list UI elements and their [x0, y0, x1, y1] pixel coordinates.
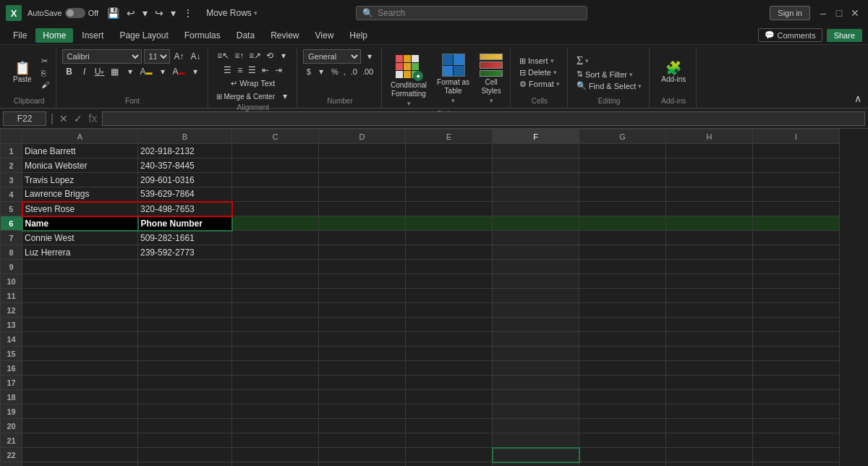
redo-button[interactable]: ↪ — [152, 6, 166, 20]
decrease-indent-button[interactable]: ⇤ — [260, 64, 271, 77]
cell-f17[interactable] — [493, 376, 579, 390]
cell-b15[interactable] — [138, 347, 232, 361]
orientation-dropdown[interactable]: ▾ — [276, 49, 291, 62]
increase-decimal-button[interactable]: .0 — [349, 66, 359, 77]
cell-e16[interactable] — [406, 361, 493, 376]
cell-d16[interactable] — [319, 361, 406, 376]
cell-d15[interactable] — [319, 347, 406, 361]
cell-f22[interactable] — [493, 448, 579, 462]
cell-c8[interactable] — [232, 245, 319, 260]
row-number[interactable]: 4 — [1, 187, 22, 202]
cell-f4[interactable] — [493, 187, 579, 202]
cell-f10[interactable] — [493, 274, 579, 289]
cell-e9[interactable] — [406, 260, 493, 274]
cell-a2[interactable]: Monica Webster — [22, 158, 138, 173]
cell-i21[interactable] — [753, 433, 840, 448]
decrease-decimal-button[interactable]: .00 — [360, 66, 375, 77]
comments-button[interactable]: 💬 Comments — [758, 28, 822, 42]
undo-dropdown[interactable]: ▾ — [140, 6, 150, 20]
col-header-b[interactable]: B — [138, 130, 232, 144]
cell-c12[interactable] — [232, 303, 319, 318]
cell-e10[interactable] — [406, 274, 493, 289]
cell-d20[interactable] — [319, 419, 406, 433]
cell-f13[interactable] — [493, 318, 579, 332]
cell-f18[interactable] — [493, 390, 579, 404]
cell-c5[interactable] — [232, 202, 319, 216]
format-painter-button[interactable]: 🖌 — [39, 80, 51, 90]
cell-d22[interactable] — [319, 448, 406, 462]
cell-e13[interactable] — [406, 318, 493, 332]
cell-h19[interactable] — [666, 404, 753, 419]
formula-cancel-button[interactable]: ✕ — [58, 113, 69, 124]
underline-button[interactable]: U▾ — [93, 66, 107, 77]
cell-f3[interactable] — [493, 173, 579, 187]
cell-h10[interactable] — [666, 274, 753, 289]
row-number[interactable]: 11 — [1, 289, 22, 303]
cell-b13[interactable] — [138, 318, 232, 332]
cell-h20[interactable] — [666, 419, 753, 433]
border-button[interactable]: ▦ — [108, 66, 122, 77]
cell-h14[interactable] — [666, 332, 753, 347]
cell-d5[interactable] — [319, 202, 406, 216]
cell-e21[interactable] — [406, 433, 493, 448]
number-format-dropdown[interactable]: ▾ — [362, 51, 377, 62]
cell-h1[interactable] — [666, 144, 753, 158]
cut-button[interactable]: ✂ — [39, 56, 51, 67]
cell-g11[interactable] — [579, 289, 666, 303]
cell-a13[interactable] — [22, 318, 138, 332]
cell-d9[interactable] — [319, 260, 406, 274]
cell-d11[interactable] — [319, 289, 406, 303]
cell-f19[interactable] — [493, 404, 579, 419]
cell-e23[interactable] — [406, 462, 493, 467]
cell-h22[interactable] — [666, 448, 753, 462]
copy-button[interactable]: ⎘ — [39, 68, 51, 78]
cell-g9[interactable] — [579, 260, 666, 274]
cell-a15[interactable] — [22, 347, 138, 361]
cell-i12[interactable] — [753, 303, 840, 318]
cell-g10[interactable] — [579, 274, 666, 289]
cell-h7[interactable] — [666, 231, 753, 245]
cell-g17[interactable] — [579, 376, 666, 390]
cell-e6[interactable] — [406, 216, 493, 231]
cell-f15[interactable] — [493, 347, 579, 361]
cell-c11[interactable] — [232, 289, 319, 303]
cell-i19[interactable] — [753, 404, 840, 419]
cell-h4[interactable] — [666, 187, 753, 202]
cell-h21[interactable] — [666, 433, 753, 448]
cell-a16[interactable] — [22, 361, 138, 376]
sort-filter-button[interactable]: ⇅ Sort & Filter ▾ — [574, 69, 644, 80]
cell-e19[interactable] — [406, 404, 493, 419]
cell-c2[interactable] — [232, 158, 319, 173]
cell-d13[interactable] — [319, 318, 406, 332]
increase-indent-button[interactable]: ⇥ — [273, 64, 284, 77]
format-as-table-button[interactable]: Format asTable ▾ — [434, 52, 472, 106]
cell-g13[interactable] — [579, 318, 666, 332]
cell-g1[interactable] — [579, 144, 666, 158]
menu-review[interactable]: Review — [263, 28, 306, 43]
cell-a10[interactable] — [22, 274, 138, 289]
cell-i18[interactable] — [753, 390, 840, 404]
cell-g15[interactable] — [579, 347, 666, 361]
paste-button[interactable]: 📋 Paste — [7, 59, 38, 86]
merge-center-dropdown[interactable]: ▾ — [278, 90, 292, 102]
col-header-h[interactable]: H — [666, 130, 753, 144]
cell-a21[interactable] — [22, 433, 138, 448]
cell-f20[interactable] — [493, 419, 579, 433]
cell-g14[interactable] — [579, 332, 666, 347]
fill-color-button[interactable]: A▬ — [138, 66, 155, 77]
row-number[interactable]: 15 — [1, 347, 22, 361]
wrap-text-button[interactable]: ↵ Wrap Text — [229, 78, 277, 89]
cell-a20[interactable] — [22, 419, 138, 433]
cell-d3[interactable] — [319, 173, 406, 187]
menu-formulas[interactable]: Formulas — [177, 28, 228, 43]
cell-h5[interactable] — [666, 202, 753, 216]
cell-i11[interactable] — [753, 289, 840, 303]
cell-g21[interactable] — [579, 433, 666, 448]
menu-insert[interactable]: Insert — [75, 28, 111, 43]
cell-c9[interactable] — [232, 260, 319, 274]
cell-c19[interactable] — [232, 404, 319, 419]
formula-input[interactable] — [102, 111, 865, 126]
cell-e15[interactable] — [406, 347, 493, 361]
bold-button[interactable]: B — [62, 66, 77, 77]
cell-b17[interactable] — [138, 376, 232, 390]
